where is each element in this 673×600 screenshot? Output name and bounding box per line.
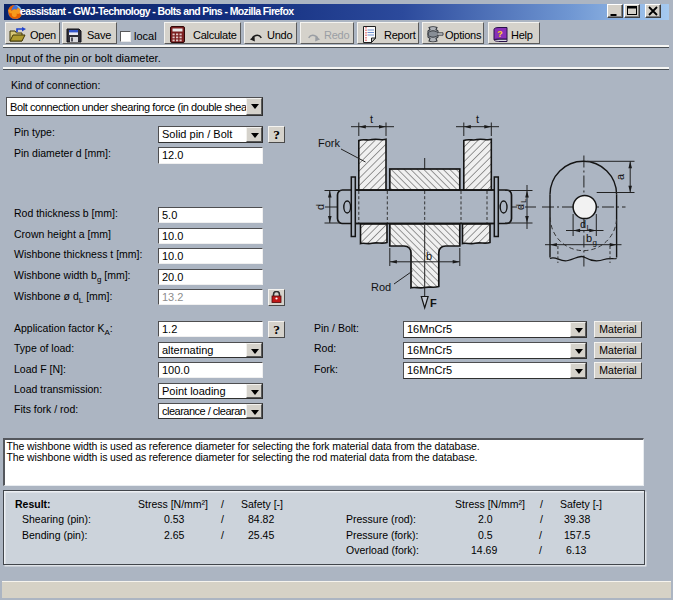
svg-text:?: ?: [497, 29, 503, 39]
svg-text:t: t: [476, 113, 479, 125]
svg-text:Fork: Fork: [318, 137, 341, 149]
svg-text:d: d: [514, 204, 526, 210]
svg-text:d: d: [580, 218, 586, 230]
svg-text:Rod: Rod: [371, 281, 391, 293]
svg-text:L: L: [587, 223, 592, 232]
svg-text:a: a: [614, 173, 626, 180]
svg-text:g: g: [593, 238, 597, 247]
svg-text:b: b: [586, 232, 592, 244]
svg-text:b: b: [426, 250, 432, 262]
svg-text:L: L: [519, 198, 528, 203]
svg-text:t: t: [370, 113, 373, 125]
svg-text:F: F: [430, 297, 437, 309]
svg-text:d: d: [314, 204, 326, 210]
